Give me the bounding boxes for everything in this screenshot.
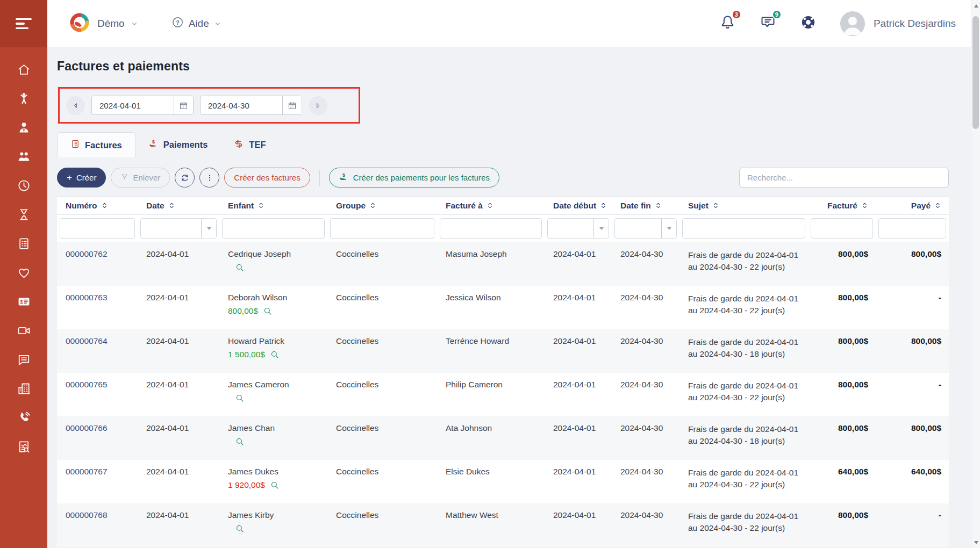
- sidebar-item-educators[interactable]: [17, 120, 31, 135]
- filter-input-numero[interactable]: [60, 219, 134, 238]
- invoice-number-link[interactable]: 000000764: [66, 336, 108, 345]
- filter-cell-date_debut: [545, 215, 612, 242]
- sidebar-item-media[interactable]: [17, 323, 31, 338]
- end-date-input[interactable]: [201, 96, 282, 114]
- billed-amount: 800,00$: [838, 380, 868, 389]
- invoice-number-link[interactable]: 000000766: [66, 423, 108, 432]
- invoice-number-link[interactable]: 000000762: [66, 249, 108, 258]
- end-date-calendar-button[interactable]: [282, 96, 302, 114]
- column-header-numero[interactable]: Numéro: [57, 197, 138, 215]
- sidebar-item-calls[interactable]: [17, 410, 31, 425]
- magnifier-icon[interactable]: [263, 306, 273, 316]
- create-button[interactable]: + Créer: [57, 168, 106, 188]
- filter-dropdown-date_debut[interactable]: [593, 219, 609, 238]
- column-header-paye[interactable]: Payé: [876, 197, 949, 215]
- column-header-sujet[interactable]: Sujet: [679, 197, 808, 215]
- sidebar-item-messages[interactable]: [17, 352, 31, 367]
- column-label: Facturé: [827, 201, 857, 211]
- sidebar-item-establishment[interactable]: [17, 381, 31, 396]
- column-header-date_fin[interactable]: Date fin: [612, 197, 679, 215]
- scrollbar-up-arrow-icon[interactable]: [971, 1, 980, 10]
- sort-icon: [861, 202, 868, 209]
- refresh-button[interactable]: [175, 168, 195, 188]
- invoice-number-link[interactable]: 000000765: [66, 380, 108, 389]
- invoice-number-link[interactable]: 000000767: [66, 467, 108, 476]
- magnifier-icon[interactable]: [235, 437, 245, 446]
- magnifier-icon[interactable]: [235, 263, 245, 272]
- messages-button[interactable]: 9: [760, 14, 776, 33]
- menu-toggle-button[interactable]: [0, 0, 47, 47]
- cell-groupe: Coccinelles: [327, 373, 437, 416]
- tab-paiements[interactable]: $ Paiements: [135, 132, 221, 157]
- filter-dropdown-date_fin[interactable]: [661, 219, 676, 238]
- tab-tef[interactable]: TEF: [220, 132, 278, 157]
- sidebar-item-reports[interactable]: [17, 439, 31, 454]
- filter-cell-sujet: [679, 215, 808, 242]
- magnifier-icon[interactable]: [270, 480, 280, 490]
- remove-button[interactable]: Enlever: [111, 168, 170, 188]
- transfer-icon: [233, 139, 244, 152]
- sidebar-item-waitlist[interactable]: [17, 207, 31, 222]
- question-icon: ?: [171, 16, 184, 31]
- filter-dropdown-date[interactable]: [201, 219, 216, 238]
- filter-input-enfant[interactable]: [223, 219, 324, 238]
- user-menu[interactable]: Patrick Desjardins: [840, 11, 956, 36]
- sidebar-item-health[interactable]: [17, 265, 31, 280]
- create-payments-button[interactable]: $ Créer des paiements pour les factures: [329, 168, 499, 188]
- filter-input-paye[interactable]: [879, 219, 946, 238]
- next-period-button[interactable]: [309, 96, 327, 115]
- sidebar: [0, 0, 47, 548]
- scrollbar-down-arrow-icon[interactable]: [971, 538, 980, 547]
- magnifier-icon[interactable]: [235, 524, 245, 533]
- filter-cell-enfant: [219, 215, 327, 242]
- cell-sujet: Frais de garde du 2024-04-01 au 2024-04-…: [679, 416, 808, 460]
- help-menu[interactable]: ? Aide: [171, 16, 221, 31]
- sidebar-item-contacts[interactable]: [17, 294, 31, 309]
- column-header-facture_a[interactable]: Facturé à: [437, 197, 545, 215]
- notifications-button[interactable]: 3: [719, 14, 736, 33]
- filter-input-sujet[interactable]: [683, 219, 805, 238]
- invoice-number-link[interactable]: 000000768: [66, 510, 108, 520]
- start-date-calendar-button[interactable]: [174, 96, 193, 114]
- sort-icon: [655, 202, 662, 209]
- start-date-input[interactable]: [92, 96, 174, 114]
- browser-scrollbar[interactable]: [971, 0, 980, 548]
- more-options-button[interactable]: [199, 168, 219, 188]
- column-header-date_debut[interactable]: Date début: [545, 197, 612, 215]
- filter-input-facture_a[interactable]: [440, 219, 541, 238]
- invoice-icon: [17, 236, 31, 251]
- sidebar-item-families[interactable]: [17, 149, 31, 164]
- cell-groupe: Coccinelles: [327, 242, 437, 286]
- sidebar-item-billing[interactable]: [17, 236, 31, 251]
- filter-input-groupe[interactable]: [331, 219, 434, 238]
- support-button[interactable]: [800, 14, 817, 33]
- filter-input-date_fin[interactable]: [615, 219, 661, 238]
- create-invoices-button[interactable]: Créer des factures: [224, 168, 310, 188]
- brand-menu[interactable]: Démo: [68, 11, 138, 37]
- search-input[interactable]: [739, 168, 949, 188]
- column-header-enfant[interactable]: Enfant: [219, 197, 327, 215]
- table-row: 0000007622024-04-01Cedrique JosephCoccin…: [57, 242, 949, 286]
- previous-period-button[interactable]: [66, 96, 85, 115]
- sidebar-item-home[interactable]: [17, 62, 31, 77]
- magnifier-icon[interactable]: [235, 393, 245, 403]
- filter-input-date_debut[interactable]: [548, 219, 593, 238]
- sort-icon: [861, 202, 868, 209]
- magnifier-icon[interactable]: [270, 350, 280, 359]
- family-icon: [17, 149, 31, 164]
- column-label: Payé: [911, 201, 931, 211]
- table-row: 0000007682024-04-01James KirbyCoccinelle…: [57, 503, 949, 547]
- invoice-number-link[interactable]: 000000763: [66, 293, 108, 302]
- column-header-facture[interactable]: Facturé: [808, 197, 876, 215]
- column-header-date[interactable]: Date: [138, 197, 219, 215]
- sidebar-item-children[interactable]: [17, 91, 31, 106]
- filter-input-date[interactable]: [141, 219, 201, 238]
- page-title: Factures et paiements: [57, 59, 949, 74]
- cell-facture: 800,00$: [808, 503, 876, 547]
- column-header-groupe[interactable]: Groupe: [327, 197, 437, 215]
- sidebar-item-schedule[interactable]: [17, 178, 31, 193]
- filter-input-facture[interactable]: [811, 219, 872, 238]
- scrollbar-thumb[interactable]: [972, 16, 979, 129]
- invoice-subject: Frais de garde du 2024-04-01 au 2024-04-…: [688, 249, 803, 273]
- tab-factures[interactable]: Factures: [57, 132, 135, 157]
